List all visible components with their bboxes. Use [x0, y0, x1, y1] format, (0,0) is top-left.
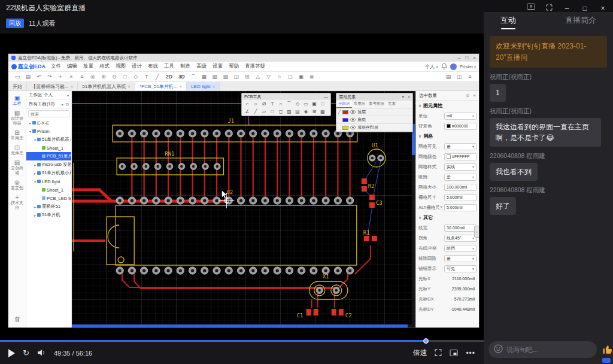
menu-item[interactable]: 工具 [161, 63, 177, 70]
trash-icon[interactable] [14, 313, 20, 327]
filter-icon[interactable]: ⊙ [466, 93, 469, 98]
refresh-icon[interactable]: ↻ [65, 102, 69, 107]
property-value[interactable]: 可见 ▾ [444, 265, 477, 272]
layer-row[interactable]: ╱ 顶层 [336, 108, 412, 116]
sidebar-item[interactable]: ▧ 设计管理器 [8, 108, 26, 128]
pcb-tool-icon[interactable]: ▭ [302, 100, 310, 108]
pcb-tool-icon[interactable]: □ [268, 108, 277, 116]
pcb-tool-icon[interactable]: ▱ [260, 108, 268, 116]
property-row[interactable]: ∨ 栅格尺寸 5.000mil ▾ [416, 192, 479, 202]
tree-item[interactable]: Sheet_1 [26, 186, 71, 194]
eda-window-button[interactable]: – [458, 55, 460, 60]
close-icon[interactable]: × [599, 4, 607, 13]
property-row[interactable]: ∨ 布线冲突 阻挡 ▾ [416, 243, 479, 253]
toolbar-icon[interactable]: × [66, 74, 77, 80]
panel-menu-icon[interactable]: ≡ [474, 93, 476, 98]
toolbar-icon[interactable]: ≡ [465, 74, 475, 80]
view-2d-button[interactable]: 2D [163, 74, 175, 80]
property-row[interactable]: ∨ 移除回路 是 ▾ [416, 253, 479, 263]
toolbar-icon[interactable]: ▽ [263, 74, 274, 80]
toolbar-icon[interactable]: ○ [274, 74, 285, 80]
sidebar-item[interactable]: ◎ 嘉立创 [8, 177, 26, 192]
tree-item[interactable]: ▸ E-X-E [26, 119, 71, 127]
tree-item[interactable]: ▾ 51单片机机器人( [26, 135, 71, 144]
tab-close-icon[interactable]: × [180, 84, 183, 89]
menu-item[interactable]: 设计 [129, 63, 145, 70]
like-button[interactable] [602, 341, 613, 358]
pcb-tool-icon[interactable]: ∠ [243, 108, 251, 116]
notification-badge[interactable] [602, 358, 611, 363]
property-value[interactable]: mil ▾ [444, 113, 477, 120]
property-row[interactable]: ∨ 光标X 2110.000mil ▾ [416, 274, 479, 284]
layer-visibility-eye-icon[interactable] [350, 110, 356, 114]
h-scroll-thumb[interactable] [72, 324, 408, 327]
tree-item[interactable]: ▾ LED light [26, 177, 71, 186]
pcb-tool-icon[interactable]: ▣ [310, 100, 318, 108]
toolbar-icon[interactable]: ▭ [12, 74, 23, 80]
screen-share-icon[interactable] [527, 4, 535, 13]
close-icon[interactable]: × [408, 95, 410, 99]
layers-tab[interactable]: 全部层 [336, 101, 352, 108]
menu-item[interactable]: 制造 [177, 63, 193, 70]
toolbar-icon[interactable]: ▨ [220, 74, 231, 80]
menu-item[interactable]: 格式 [96, 63, 113, 70]
tree-caret[interactable]: ▾ [28, 129, 32, 134]
toolbar-icon[interactable]: ⊞ [242, 74, 253, 80]
toolbar-icon[interactable]: ◫ [231, 74, 242, 80]
document-tab[interactable]: 开始 × [8, 82, 27, 90]
volume-icon[interactable] [37, 348, 46, 359]
property-row[interactable]: ∨ ALT栅格尺寸 5.000mil ▾ [416, 202, 479, 213]
property-value[interactable]: 线条45° ▾ [444, 235, 477, 242]
panel-collapse-handle[interactable]: › [474, 226, 479, 238]
pcb-tool-icon[interactable]: ▤ [293, 108, 302, 116]
tree-item[interactable]: ▸ micro-usb 发射 [26, 160, 71, 169]
more-options-icon[interactable]: ••• [466, 349, 475, 357]
menu-item[interactable]: 直播答疑 [242, 63, 268, 70]
chat-input[interactable] [506, 346, 591, 353]
sidebar-item[interactable]: ▤ 立创商城 [8, 157, 26, 177]
pcb-tool-icon[interactable]: ◻ [277, 108, 285, 116]
property-row[interactable]: ∨ 网格样式 实线 ▾ [416, 162, 479, 172]
toolbar-icon[interactable]: ⌒ [188, 73, 199, 81]
tree-caret[interactable]: ▸ [33, 171, 37, 175]
toolbar-icon[interactable]: ⊕ [98, 74, 109, 80]
maximize-icon[interactable]: □ [581, 4, 589, 13]
toolbar-icon[interactable]: ↷ [44, 74, 55, 80]
menu-item[interactable]: 设置 [210, 63, 226, 70]
document-tab[interactable]: *PCB_51单片机... × [135, 82, 187, 90]
tab-close-icon[interactable]: × [213, 84, 216, 89]
chat-input-pill[interactable] [488, 341, 597, 358]
tree-item[interactable]: ▸ 蓝桥杯51 [26, 202, 71, 211]
tree-item[interactable]: Sheet_1 [26, 144, 71, 152]
property-row[interactable]: ∨ 铺铜显示 可见 ▾ [416, 263, 479, 274]
bell-icon[interactable] [441, 63, 447, 71]
menu-item[interactable]: 视图 [113, 63, 129, 70]
sidebar-item[interactable]: ▣ 工程 [8, 93, 26, 108]
eda-window-button[interactable]: □ [465, 55, 468, 60]
tree-caret[interactable]: ▸ [33, 213, 37, 217]
property-row[interactable]: ∨ 网格大小 100.000mil ▾ [416, 182, 479, 192]
video-area[interactable]: 嘉立创EDA(标准版) - 免费、易用、强大的在线电路设计软件 –□× 嘉立创E… [0, 34, 484, 340]
property-row[interactable]: ∨ 单位 mil ▾ [416, 111, 479, 121]
layers-tab[interactable]: 参考图层 [367, 101, 386, 108]
tree-item[interactable]: PCB_51单片 [26, 152, 71, 160]
menu-item[interactable]: 布线 [145, 63, 161, 70]
property-value[interactable]: 100.000mil ▾ [444, 184, 477, 191]
layers-tab[interactable]: 常用层 [352, 101, 368, 108]
username-menu[interactable]: Prisim ▾ [460, 64, 476, 69]
property-row[interactable]: ∨ 图元属性 ▾ [416, 101, 479, 111]
refresh-icon[interactable]: ↻ [23, 348, 29, 357]
play-button[interactable] [8, 349, 15, 357]
toolbar-icon[interactable]: ╱ [152, 74, 163, 80]
toolbar-icon[interactable]: ▦ [199, 74, 210, 80]
property-value[interactable]: 2395.000mil ▾ [444, 286, 477, 293]
document-tab[interactable]: LED light × [187, 82, 220, 90]
property-value[interactable]: 2110.000mil ▾ [444, 275, 477, 283]
tree-caret[interactable]: ▸ [33, 163, 37, 167]
toolbar-icon[interactable]: ⊖ [109, 74, 120, 80]
tree-caret[interactable]: ▾ [33, 138, 37, 142]
property-row[interactable]: ∨ 网格可见 是 ▾ [416, 141, 479, 151]
pcb-canvas[interactable]: J1 RN1 U2 U1 R2 C3 R1 X1 C1 C2 [72, 91, 415, 327]
pcb-tool-icon[interactable]: ○ [251, 100, 260, 108]
property-value[interactable]: 5.000mil ▾ [444, 194, 477, 201]
